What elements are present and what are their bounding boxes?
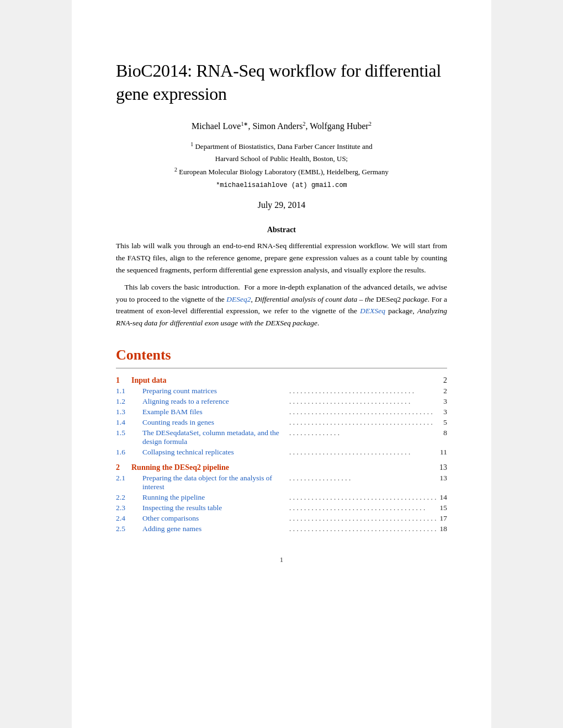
toc-item-1-5-label: The DESeqdataSet, column metadata, and t… xyxy=(142,429,287,446)
toc-item-2-3-num: 2.3 xyxy=(116,504,142,512)
toc-dots-1-2: . . . . . . . . . . . . . . . . . . . . … xyxy=(287,397,436,406)
toc-item-2-4-page: 17 xyxy=(436,514,447,523)
toc-section-1-page: 2 xyxy=(443,376,447,385)
affiliation-1a: 1 Department of Biostatistics, Dana Farb… xyxy=(116,140,447,153)
toc-section-1: 1 Input data 2 xyxy=(116,376,447,385)
toc-item-2-2-label: Running the pipeline xyxy=(142,493,287,502)
abstract-paragraph-2: This lab covers the basic introduction. … xyxy=(116,281,447,329)
toc-item-1-1: 1.1 Preparing count matrices . . . . . .… xyxy=(116,387,447,395)
toc-dots-2-3: . . . . . . . . . . . . . . . . . . . . … xyxy=(287,504,436,512)
toc-item-2-5: 2.5 Adding gene names . . . . . . . . . … xyxy=(116,524,447,533)
toc-dots-1-1: . . . . . . . . . . . . . . . . . . . . … xyxy=(287,387,436,395)
toc-item-1-2-page: 3 xyxy=(436,397,447,406)
affiliation-2: 2 European Molecular Biology Laboratory … xyxy=(116,165,447,178)
toc-dots-1-5: . . . . . . . . . . . . . . xyxy=(287,429,436,437)
contents-section: Contents 1 Input data 2 1.1 Preparing co… xyxy=(116,347,447,533)
toc-section-1-num: 1 xyxy=(116,376,131,385)
document-title: BioC2014: RNA-Seq workflow for different… xyxy=(116,60,447,105)
toc-item-2-1-num: 2.1 xyxy=(116,474,142,483)
toc-dots-2-4: . . . . . . . . . . . . . . . . . . . . … xyxy=(287,514,436,523)
toc-item-2-4-label: Other comparisons xyxy=(142,514,287,523)
document-date: July 29, 2014 xyxy=(116,200,447,210)
toc-item-1-1-page: 2 xyxy=(436,387,447,395)
toc-item-1-6-num: 1.6 xyxy=(116,448,142,457)
toc-item-2-1-label: Preparing the data object for the analys… xyxy=(142,474,287,491)
toc-item-1-1-label: Preparing count matrices xyxy=(142,387,287,395)
abstract-title: Abstract xyxy=(116,226,447,234)
toc-item-2-3-page: 15 xyxy=(436,504,447,512)
toc-dots-1-4: . . . . . . . . . . . . . . . . . . . . … xyxy=(287,418,436,427)
toc-item-2-2: 2.2 Running the pipeline . . . . . . . .… xyxy=(116,493,447,502)
deseq2-link[interactable]: DESeq2 xyxy=(226,295,251,303)
toc-item-1-5-num: 1.5 xyxy=(116,429,142,437)
toc-section-1-label: Input data xyxy=(131,376,443,385)
toc-item-2-3: 2.3 Inspecting the results table . . . .… xyxy=(116,504,447,512)
authors-line: Michael Love1∗, Simon Anders2, Wolfgang … xyxy=(116,121,447,131)
author1-sup: 1∗ xyxy=(241,121,248,127)
toc-item-2-1-page: 13 xyxy=(436,474,447,483)
toc-item-2-4: 2.4 Other comparisons . . . . . . . . . … xyxy=(116,514,447,523)
toc-dots-1-3: . . . . . . . . . . . . . . . . . . . . … xyxy=(287,408,436,416)
author3-name: Wolfgang Huber xyxy=(310,122,369,131)
toc-item-2-1: 2.1 Preparing the data object for the an… xyxy=(116,474,447,491)
toc-section-2-page: 13 xyxy=(439,463,447,472)
toc-item-1-3: 1.3 Example BAM files . . . . . . . . . … xyxy=(116,408,447,416)
author3-sup: 2 xyxy=(369,121,371,127)
toc-item-1-6-page: 11 xyxy=(436,448,447,457)
toc-item-2-5-num: 2.5 xyxy=(116,524,142,533)
abstract-section: Abstract This lab will walk you through … xyxy=(116,226,447,329)
toc-item-1-4-page: 5 xyxy=(436,418,447,427)
toc-item-1-6-label: Collapsing technical replicates xyxy=(142,448,287,457)
toc-item-1-4: 1.4 Counting reads in genes . . . . . . … xyxy=(116,418,447,427)
toc-item-1-1-num: 1.1 xyxy=(116,387,142,395)
toc-dots-2-1: . . . . . . . . . . . . . . . . . xyxy=(287,474,436,483)
toc-item-1-3-num: 1.3 xyxy=(116,408,142,416)
toc-item-1-6: 1.6 Collapsing technical replicates . . … xyxy=(116,448,447,457)
author2-name: Simon Anders xyxy=(252,122,302,131)
contents-rule xyxy=(116,368,447,368)
email-line: *michaelisaiahlove (at) gmail.com xyxy=(116,181,447,189)
toc-section-2-num: 2 xyxy=(116,463,131,472)
page-number: 1 xyxy=(116,555,447,564)
toc-item-2-3-label: Inspecting the results table xyxy=(142,504,287,512)
contents-title: Contents xyxy=(116,347,447,363)
toc-item-1-3-label: Example BAM files xyxy=(142,408,287,416)
toc-item-1-5-page: 8 xyxy=(436,429,447,437)
dexseq-link[interactable]: DEXSeq xyxy=(360,307,385,315)
author2-sup: 2 xyxy=(303,121,306,127)
abstract-paragraph-1: This lab will walk you through an end-to… xyxy=(116,240,447,276)
toc-item-2-5-label: Adding gene names xyxy=(142,524,287,533)
toc-item-1-3-page: 3 xyxy=(436,408,447,416)
toc-item-1-2-label: Aligning reads to a reference xyxy=(142,397,287,406)
toc-item-2-4-num: 2.4 xyxy=(116,514,142,523)
toc-item-1-2: 1.2 Aligning reads to a reference . . . … xyxy=(116,397,447,406)
toc-dots-1-6: . . . . . . . . . . . . . . . . . . . . … xyxy=(287,448,436,457)
toc-item-1-5: 1.5 The DESeqdataSet, column metadata, a… xyxy=(116,429,447,446)
toc-item-1-2-num: 1.2 xyxy=(116,397,142,406)
toc-dots-2-5: . . . . . . . . . . . . . . . . . . . . … xyxy=(287,524,436,533)
toc-section-2: 2 Running the DESeq2 pipeline 13 xyxy=(116,463,447,472)
affiliations-block: 1 Department of Biostatistics, Dana Farb… xyxy=(116,140,447,179)
toc-dots-2-2: . . . . . . . . . . . . . . . . . . . . … xyxy=(287,493,436,502)
toc-item-1-4-label: Counting reads in genes xyxy=(142,418,287,427)
toc-section-2-label: Running the DESeq2 pipeline xyxy=(131,463,439,472)
document-page: BioC2014: RNA-Seq workflow for different… xyxy=(72,0,491,728)
affiliation-1b: Harvard School of Public Health, Boston,… xyxy=(116,153,447,165)
toc-item-1-4-num: 1.4 xyxy=(116,418,142,427)
toc-item-2-2-page: 14 xyxy=(436,493,447,502)
toc-item-2-5-page: 18 xyxy=(436,524,447,533)
toc-item-2-2-num: 2.2 xyxy=(116,493,142,502)
author1-name: Michael Love xyxy=(192,122,241,131)
